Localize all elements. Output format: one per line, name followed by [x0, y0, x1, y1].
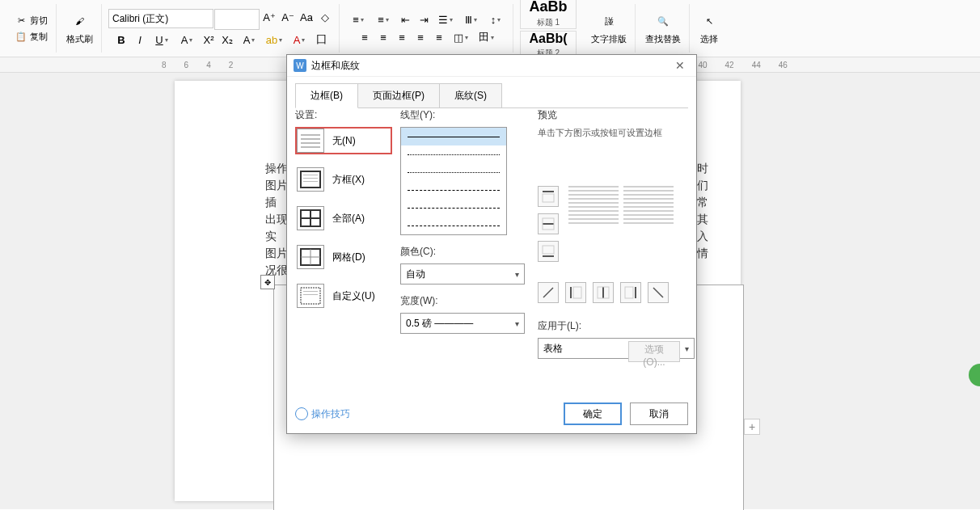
setting-custom[interactable]: 自定义(U) [295, 282, 392, 310]
settings-column: 设置: 无(N) 方框(X) 全部(A) 网格(D) 自定义(U) [295, 108, 392, 321]
bold-button[interactable]: B [112, 32, 130, 48]
subscript-button[interactable]: X₂ [218, 32, 236, 48]
text-effects-button[interactable]: A [237, 32, 261, 48]
svg-rect-28 [635, 287, 636, 298]
borders-button[interactable]: 田 [474, 29, 498, 45]
setting-all-label: 全部(A) [332, 212, 365, 225]
text-layout-group: 諩文字排版 [583, 4, 636, 53]
select-label: 选择 [700, 33, 718, 45]
setting-box[interactable]: 方框(X) [295, 166, 392, 193]
shading-button[interactable]: ◫ [449, 29, 473, 45]
align-right-button[interactable]: ≡ [393, 29, 411, 45]
font-size-select[interactable] [214, 9, 260, 30]
add-column-button[interactable]: + [744, 419, 760, 435]
dialog-title: 边框和底纹 [311, 59, 670, 73]
font-color-button[interactable]: A [287, 32, 311, 48]
border-left-button[interactable] [565, 282, 586, 303]
format-painter-button[interactable]: 🖌格式刷 [63, 10, 96, 47]
underline-button[interactable]: U [150, 32, 174, 48]
select-button[interactable]: ↖选择 [696, 10, 722, 47]
dialog-body: 设置: 无(N) 方框(X) 全部(A) 网格(D) 自定义(U) [295, 107, 688, 411]
text-layout-button[interactable]: 諩文字排版 [588, 10, 630, 47]
select-group: ↖选择 [691, 4, 727, 53]
help-link[interactable]: 操作技巧 [295, 407, 350, 421]
clear-format-button[interactable]: ◇ [316, 9, 334, 25]
copy-label: 复制 [30, 31, 48, 43]
decrease-font-button[interactable]: A⁻ [279, 9, 297, 25]
dialog-footer: 操作技巧 确定 取消 [295, 403, 688, 425]
line-solid[interactable] [401, 128, 506, 145]
increase-font-button[interactable]: A⁺ [260, 9, 278, 25]
font-group: A⁺ A⁻ Aa ◇ B I U A X² X₂ A ab A 囗 [103, 4, 340, 53]
superscript-button[interactable]: X² [200, 32, 218, 48]
tab-borders[interactable]: 边框(B) [295, 83, 358, 108]
align-left-button[interactable]: ≡ [356, 29, 374, 45]
svg-rect-26 [602, 287, 604, 298]
width-select[interactable]: 0.5 磅 ———— [400, 313, 525, 334]
line-dashdot[interactable] [401, 217, 506, 234]
border-top-button[interactable] [538, 186, 559, 207]
setting-grid[interactable]: 网格(D) [295, 243, 392, 271]
border-right-button[interactable] [620, 282, 641, 303]
svg-rect-0 [301, 134, 320, 136]
decrease-indent-button[interactable]: ⇤ [396, 11, 414, 27]
border-diag2-button[interactable] [648, 282, 669, 303]
setting-all[interactable]: 全部(A) [295, 204, 392, 232]
tab-shading[interactable]: 底纹(S) [439, 83, 502, 108]
dialog-icon: W [294, 59, 306, 72]
strikethrough-button[interactable]: A [175, 32, 199, 48]
character-border-button[interactable]: 囗 [312, 32, 330, 48]
numbering-button[interactable]: ≡ [371, 11, 395, 27]
highlight-button[interactable]: ab [262, 32, 286, 48]
line-dotted2[interactable] [401, 163, 506, 181]
table-move-handle[interactable]: ✥ [260, 275, 275, 289]
border-hmiddle-button[interactable] [538, 213, 559, 234]
close-button[interactable]: ✕ [670, 56, 690, 75]
line-type-list[interactable] [400, 127, 507, 235]
width-label: 宽度(W): [400, 294, 522, 308]
align-distribute-button[interactable]: Ⅲ [458, 11, 483, 27]
format-painter-group: 🖌格式刷 [58, 4, 102, 53]
grid-icon [297, 245, 324, 269]
svg-rect-5 [303, 175, 318, 175]
format-painter-label: 格式刷 [66, 33, 93, 45]
align-justify-button[interactable]: ≡ [412, 29, 429, 45]
line-column: 线型(Y): 颜色(C): 自动 宽度(W): 0.5 磅 ———— [400, 108, 522, 334]
border-bottom-button[interactable] [538, 241, 559, 262]
color-select[interactable]: 自动 [400, 263, 525, 285]
line-type-label: 线型(Y): [400, 108, 522, 122]
assist-bubble[interactable] [969, 364, 980, 386]
increase-indent-button[interactable]: ⇥ [415, 11, 433, 27]
svg-rect-3 [301, 146, 320, 148]
line-dotted[interactable] [401, 145, 506, 163]
align-center-button[interactable]: ≡ [374, 29, 392, 45]
border-diag1-button[interactable] [538, 282, 559, 303]
find-replace-button[interactable]: 🔍查找替换 [642, 10, 684, 47]
cut-button[interactable]: ✂剪切 [11, 12, 51, 28]
line-dashed2[interactable] [401, 199, 506, 217]
ok-button[interactable]: 确定 [564, 403, 622, 425]
svg-rect-14 [301, 288, 320, 304]
svg-rect-7 [303, 181, 318, 182]
text-layout-label: 文字排版 [591, 33, 627, 45]
all-icon [297, 206, 324, 230]
cancel-button[interactable]: 取消 [630, 403, 688, 425]
style-heading1[interactable]: AaBb标题 1 [520, 0, 577, 29]
copy-button[interactable]: 📋复制 [11, 28, 51, 44]
setting-none[interactable]: 无(N) [295, 127, 392, 154]
search-icon: 🔍 [653, 11, 673, 31]
text-layout-icon: 諩 [599, 11, 619, 31]
text-direction-button[interactable]: ☰ [433, 11, 458, 27]
font-name-select[interactable] [108, 9, 213, 28]
svg-rect-15 [303, 291, 318, 292]
bullets-button[interactable]: ≡ [346, 11, 370, 27]
border-vmiddle-button[interactable] [593, 282, 614, 303]
distributed-button[interactable]: ≡ [430, 29, 448, 45]
change-case-button[interactable]: Aa [298, 9, 315, 25]
line-spacing-button[interactable]: ↕ [484, 11, 508, 27]
line-dashed[interactable] [401, 181, 506, 199]
styles-group: AaBbCcDd正文 AaBb标题 1 AaBb(标题 2 AaBbCc标题 3 [515, 4, 581, 53]
tab-page-border[interactable]: 页面边框(P) [357, 83, 440, 108]
italic-button[interactable]: I [131, 32, 149, 48]
apply-label: 应用于(L): [538, 319, 687, 333]
